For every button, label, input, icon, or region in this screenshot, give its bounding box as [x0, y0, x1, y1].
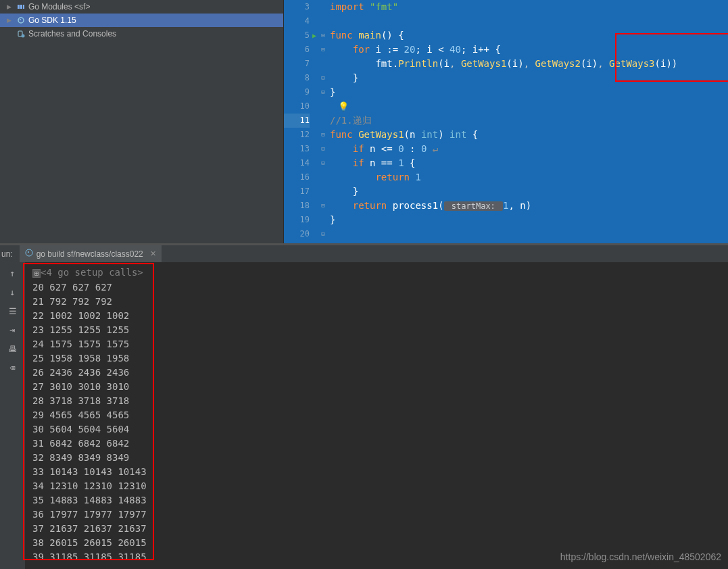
go-modules-icon — [16, 2, 26, 11]
line-number[interactable]: 6 — [284, 43, 310, 57]
console-row: 38 26015 26015 26015 — [32, 537, 147, 548]
scratches-icon — [16, 29, 26, 39]
line-number[interactable]: 8 — [284, 71, 310, 85]
run-tab-bar: un: go build sf/newclass/class022 ✕ — [0, 245, 728, 262]
console-row: 27 3010 3010 3010 — [32, 381, 129, 392]
console-row: 29 4565 4565 4565 — [32, 410, 129, 420]
line-number[interactable]: 11 — [284, 114, 310, 128]
svg-point-4 — [20, 19, 21, 20]
console-row: 33 10143 10143 10143 — [32, 466, 147, 477]
chevron-right-icon: ▶ — [7, 3, 14, 10]
console-panel: ↑ ↓ ☰ ⇥ 🖶 ⌫ ⊞<4 go setup calls> 20 627 6… — [0, 262, 728, 569]
fold-open-icon[interactable]: ⊟ — [321, 156, 324, 170]
line-number[interactable]: 17 — [284, 184, 310, 199]
console-row: 32 8349 8349 8349 — [32, 452, 129, 463]
line-number[interactable]: 3 — [284, 0, 310, 14]
svg-rect-2 — [23, 5, 24, 9]
line-number[interactable]: 9 — [284, 85, 310, 99]
line-number[interactable]: 5 — [284, 28, 310, 43]
console-row: 35 14883 14883 14883 — [32, 495, 147, 505]
svg-point-7 — [26, 249, 32, 256]
clear-icon[interactable]: ⌫ — [6, 361, 20, 374]
tree-item-go-modules[interactable]: ▶ Go Modules <sf> — [0, 0, 283, 14]
line-number[interactable]: 13 — [284, 142, 310, 156]
svg-rect-0 — [18, 5, 20, 9]
tree-label: Scratches and Consoles — [28, 29, 116, 39]
fold-close-icon[interactable]: ⊟ — [321, 71, 324, 85]
fold-open-icon[interactable]: ⊟ — [321, 28, 324, 43]
line-number[interactable]: 10 — [284, 99, 310, 114]
fold-open-icon[interactable]: ⊟ — [321, 128, 324, 142]
chevron-right-icon: ▶ — [7, 17, 14, 24]
scroll-end-icon[interactable]: ⇥ — [6, 323, 20, 337]
console-row: 28 3718 3718 3718 — [32, 395, 129, 406]
console-row: 34 12310 12310 12310 — [32, 480, 147, 491]
console-row: 26 2436 2436 2436 — [32, 367, 129, 378]
soft-wrap-icon[interactable]: ☰ — [6, 304, 20, 318]
line-number[interactable]: 19 — [284, 213, 310, 227]
console-output[interactable]: ⊞<4 go setup calls> 20 627 627 627 21 79… — [26, 262, 728, 569]
line-number[interactable]: 18 — [284, 199, 310, 213]
svg-rect-1 — [20, 5, 22, 9]
tree-item-go-sdk[interactable]: ▶ Go SDK 1.15 — [0, 14, 283, 27]
console-row: 24 1575 1575 1575 — [32, 339, 129, 349]
fold-plus-icon[interactable]: ⊞ — [32, 269, 41, 278]
fold-close-icon[interactable]: ⊟ — [321, 85, 324, 99]
line-number-gutter: 3 4 5 6 7 8 9 10 11 12 13 14 16 17 18 19… — [284, 0, 316, 243]
run-configuration-tab[interactable]: go build sf/newclass/class022 ✕ — [20, 245, 162, 262]
fold-close-icon[interactable]: ⊟ — [321, 199, 324, 213]
console-setup-line: <4 go setup calls> — [41, 267, 143, 278]
tree-label: Go Modules <sf> — [28, 2, 90, 11]
tree-item-scratches[interactable]: Scratches and Consoles — [0, 27, 283, 41]
fold-open-icon[interactable]: ⊟ — [321, 142, 324, 156]
editor-pane[interactable]: 3 4 5 6 7 8 9 10 11 12 13 14 16 17 18 19… — [284, 0, 728, 243]
line-number[interactable]: 14 — [284, 156, 310, 170]
console-row: 21 792 792 792 — [32, 296, 112, 307]
console-row: 31 6842 6842 6842 — [32, 438, 129, 449]
top-split: ▶ Go Modules <sf> ▶ Go SDK 1.15 Scratche… — [0, 0, 728, 243]
line-number[interactable]: 12 — [284, 128, 310, 142]
go-sdk-icon — [16, 16, 26, 25]
run-panel-label: un: — [0, 249, 20, 259]
run-gutter-icon[interactable]: ▶ — [312, 28, 316, 43]
console-row: 25 1958 1958 1958 — [32, 353, 129, 364]
code-area[interactable]: import "fmt" func main() { for i := 20; … — [330, 0, 728, 243]
line-number[interactable]: 7 — [284, 57, 310, 71]
svg-point-8 — [28, 251, 29, 253]
console-row: 20 627 627 627 — [32, 282, 112, 293]
console-row: 23 1255 1255 1255 — [32, 324, 129, 335]
svg-point-6 — [22, 34, 25, 38]
tree-label: Go SDK 1.15 — [28, 16, 76, 25]
console-row: 36 17977 17977 17977 — [32, 509, 147, 520]
line-number[interactable]: 20 — [284, 227, 310, 241]
intention-bulb-icon[interactable]: 💡 — [338, 101, 349, 112]
scroll-up-icon[interactable]: ↑ — [6, 266, 20, 280]
print-icon[interactable]: 🖶 — [6, 342, 20, 355]
console-row: 39 31185 31185 31185 — [32, 551, 147, 562]
line-number[interactable]: 4 — [284, 14, 310, 28]
go-run-icon — [25, 249, 33, 259]
console-row: 22 1002 1002 1002 — [32, 310, 129, 321]
console-toolbar: ↑ ↓ ☰ ⇥ 🖶 ⌫ — [0, 262, 26, 569]
fold-open-icon[interactable]: ⊟ — [321, 43, 324, 57]
project-pane: ▶ Go Modules <sf> ▶ Go SDK 1.15 Scratche… — [0, 0, 284, 243]
run-tab-label: go build sf/newclass/class022 — [37, 249, 143, 259]
scroll-down-icon[interactable]: ↓ — [6, 285, 20, 299]
line-number[interactable]: 16 — [284, 170, 310, 184]
console-row: 37 21637 21637 21637 — [32, 523, 147, 534]
parameter-hint: startMax: — [444, 201, 503, 211]
close-icon[interactable]: ✕ — [150, 249, 156, 258]
svg-point-3 — [18, 18, 24, 23]
fold-close-icon[interactable]: ⊟ — [321, 227, 324, 241]
fold-gutter: ▶⊟ ⊟ ⊟ ⊟ ⊟ ⊟ ⊟ ⊟ ⊟ — [316, 0, 330, 243]
console-row: 30 5604 5604 5604 — [32, 424, 129, 435]
